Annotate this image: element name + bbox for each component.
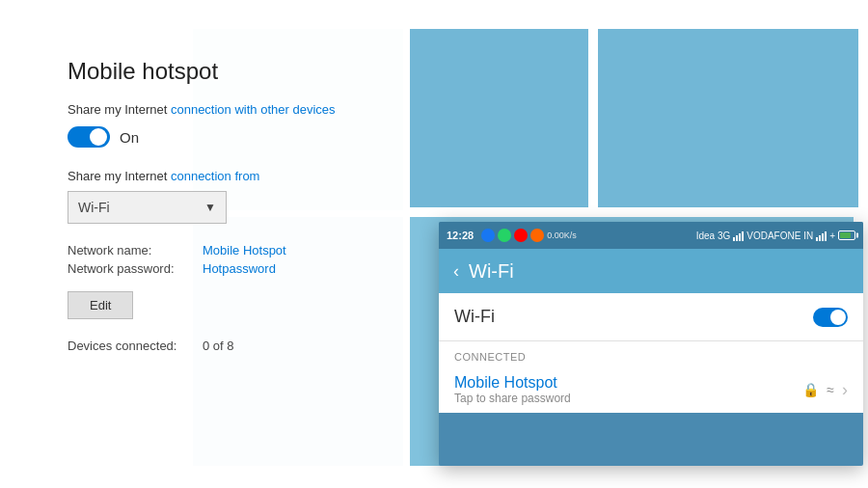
network-name-value: Mobile Hotspot: [203, 243, 286, 258]
signal-bars-1: [733, 230, 744, 241]
uc-icon: [530, 229, 544, 242]
phone-header: ‹ Wi-Fi: [439, 249, 863, 293]
network-list-item[interactable]: Mobile Hotspot Tap to share password 🔒 ≈…: [454, 370, 848, 409]
toggle-row: On: [68, 126, 376, 148]
network-name-row: Network name: Mobile Hotspot: [68, 243, 376, 258]
connection-from-colored: connection from: [171, 169, 260, 183]
carrier2-text: VODAFONE IN: [746, 230, 813, 241]
youtube-icon: [514, 229, 528, 242]
wifi-toggle-row: Wi-Fi: [439, 293, 863, 341]
toggle-state-label: On: [120, 129, 139, 146]
signal-bar: [822, 233, 824, 241]
signal-bars-2: [816, 230, 827, 241]
status-speed: 0.00K/s: [547, 230, 577, 240]
battery-icon: [838, 230, 855, 240]
network-password-value: Hotpassword: [203, 261, 276, 276]
signal-bar: [816, 237, 818, 241]
share-label: Share my Internet connection with other …: [68, 102, 376, 117]
devices-connected-key: Devices connected:: [68, 339, 203, 353]
devices-connected-value: 0 of 8: [203, 339, 234, 353]
devices-connected-row: Devices connected: 0 of 8: [68, 339, 376, 353]
back-arrow-icon[interactable]: ‹: [453, 261, 459, 282]
wifi-phone-toggle[interactable]: [813, 308, 848, 327]
signal-bar: [733, 237, 735, 241]
network-info: Network name: Mobile Hotspot Network pas…: [68, 243, 376, 276]
signal-bar: [739, 233, 741, 241]
dropdown-value: Wi-Fi: [78, 200, 110, 215]
share-label-link[interactable]: connection with other devices: [171, 102, 336, 117]
phone-screen-title: Wi-Fi: [469, 260, 514, 283]
chevron-down-icon: ▼: [204, 201, 216, 214]
tile-top-right: [598, 29, 858, 207]
signal-bar: [825, 231, 827, 241]
signal-bar: [819, 235, 821, 241]
wifi-signal-icon: ≈: [827, 382, 834, 397]
facebook-icon: [481, 229, 495, 242]
connected-section: CONNECTED Mobile Hotspot Tap to share pa…: [439, 341, 863, 413]
network-item-icons: 🔒 ≈ ›: [802, 380, 848, 400]
phone-status-bar: 12:28 0.00K/s Idea 3G VODAFONE IN: [439, 222, 863, 249]
phone-overlay: 12:28 0.00K/s Idea 3G VODAFONE IN: [439, 222, 863, 466]
network-item-info: Mobile Hotspot Tap to share password: [454, 374, 802, 405]
carrier1-text: Idea 3G: [696, 230, 731, 241]
connection-dropdown[interactable]: Wi-Fi ▼: [68, 191, 227, 224]
edit-button[interactable]: Edit: [68, 291, 133, 319]
charging-icon: +: [829, 230, 835, 241]
status-right: Idea 3G VODAFONE IN +: [696, 230, 855, 241]
network-name-key: Network name:: [68, 243, 203, 258]
signal-bar: [736, 235, 738, 241]
signal-bar: [742, 231, 744, 241]
chevron-right-icon: ›: [842, 380, 848, 400]
network-password-key: Network password:: [68, 261, 203, 276]
status-time: 12:28: [447, 230, 474, 241]
lock-icon: 🔒: [802, 382, 819, 397]
settings-panel: Mobile hotspot Share my Internet connect…: [29, 29, 405, 473]
hotspot-toggle[interactable]: [68, 126, 110, 148]
wifi-label: Wi-Fi: [454, 307, 495, 327]
network-item-name: Mobile Hotspot: [454, 374, 802, 392]
connection-from-label: Share my Internet connection from: [68, 169, 376, 183]
network-password-row: Network password: Hotpassword: [68, 261, 376, 276]
status-icons: 0.00K/s: [481, 229, 692, 242]
battery-fill: [840, 232, 851, 238]
tile-top-left: [410, 29, 588, 207]
page-title: Mobile hotspot: [68, 58, 376, 85]
network-item-sub: Tap to share password: [454, 392, 802, 405]
connected-section-label: CONNECTED: [454, 351, 848, 363]
whatsapp-icon: [498, 229, 511, 242]
phone-content: Wi-Fi CONNECTED Mobile Hotspot Tap to sh…: [439, 293, 863, 413]
